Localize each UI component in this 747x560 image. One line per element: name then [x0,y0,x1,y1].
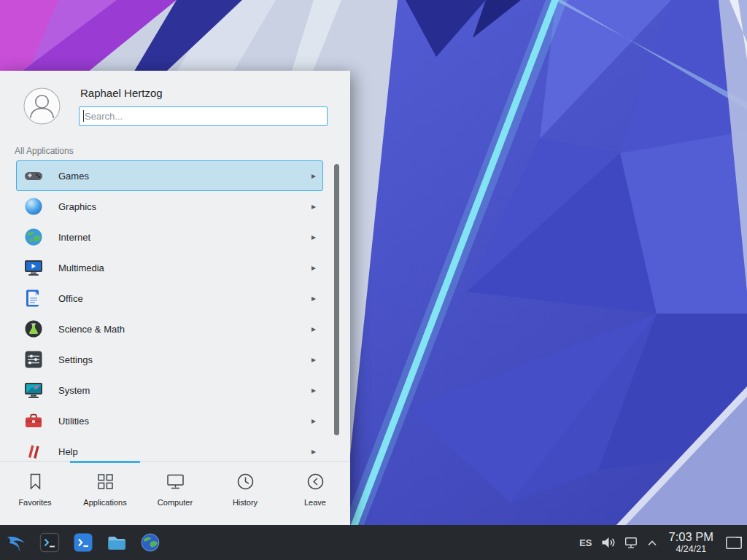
volume-icon[interactable] [601,536,616,549]
submenu-arrow-icon: ▸ [311,324,316,334]
submenu-arrow-icon: ▸ [311,232,316,242]
tab-label: Favorites [18,498,51,507]
globe-icon [24,228,43,246]
category-row-office[interactable]: Office ▸ [16,283,323,314]
kali-menu-icon[interactable] [6,532,26,553]
sliders-icon [24,350,43,369]
tab-label: History [233,498,258,507]
clock-icon [236,472,255,491]
terminal-settings-icon[interactable] [39,532,60,553]
user-avatar-icon [23,88,61,125]
gamepad-icon [24,166,43,185]
category-label: Settings [58,354,93,365]
desktop: Raphael Hertzog All Applications Games [0,0,747,560]
section-label: All Applications [15,146,74,156]
category-label: Graphics [58,201,96,212]
category-list: Games ▸ Graphics ▸ [0,160,350,461]
category-label: Multimedia [58,262,104,273]
search-input[interactable] [79,106,328,126]
tab-label: Leave [304,498,326,507]
clock-date: 4/24/21 [669,544,713,554]
document-icon [24,289,43,308]
category-label: Internet [58,232,90,243]
clock-time: 7:03 PM [669,530,713,544]
tab-label: Applications [83,498,126,507]
kali-terminal-icon[interactable] [73,532,93,553]
tab-favorites[interactable]: Favorites [0,462,70,525]
toolbox-icon [24,411,43,430]
submenu-arrow-icon: ▸ [311,446,316,456]
digital-clock[interactable]: 7:03 PM 4/24/21 [666,530,716,554]
show-desktop-icon[interactable] [725,536,743,550]
submenu-arrow-icon: ▸ [311,293,316,303]
tab-label: Computer [158,498,193,507]
multimedia-icon [24,258,43,277]
tab-computer[interactable]: Computer [140,462,210,525]
keyboard-layout-indicator[interactable]: ES [579,537,592,548]
submenu-arrow-icon: ▸ [311,354,316,365]
circle-back-arrow-icon [306,472,325,491]
file-manager-icon[interactable] [107,532,127,553]
category-label: Utilities [58,416,89,427]
category-row-utilities[interactable]: Utilities ▸ [16,405,323,436]
category-label: Help [58,446,78,457]
application-launcher: Raphael Hertzog All Applications Games [0,71,350,525]
help-icon [24,442,43,461]
user-name: Raphael Hertzog [80,87,163,99]
category-row-multimedia[interactable]: Multimedia ▸ [16,252,323,283]
category-row-games[interactable]: Games ▸ [16,160,323,191]
tab-leave[interactable]: Leave [280,462,350,525]
submenu-arrow-icon: ▸ [311,171,316,181]
expand-caret-icon[interactable] [647,540,657,546]
submenu-arrow-icon: ▸ [311,385,316,395]
category-row-help[interactable]: Help ▸ [16,436,323,461]
category-row-science-math[interactable]: Science & Math ▸ [16,314,323,344]
text-cursor [83,110,84,122]
category-label: Office [58,293,83,304]
category-label: Science & Math [58,324,125,335]
tab-applications[interactable]: Applications [70,462,140,525]
web-browser-icon[interactable] [140,532,160,553]
tab-history[interactable]: History [210,462,280,525]
category-row-settings[interactable]: Settings ▸ [16,344,323,375]
category-row-system[interactable]: System ▸ [16,375,323,405]
submenu-arrow-icon: ▸ [311,262,316,273]
category-label: System [58,385,90,396]
submenu-arrow-icon: ▸ [311,416,316,426]
launcher-tab-bar: Favorites Applications [0,461,350,525]
wired-network-icon[interactable] [624,537,638,549]
graphics-icon [24,197,43,216]
list-scrollbar[interactable] [334,164,339,435]
system-monitor-icon [24,381,43,400]
grid-icon [96,472,115,491]
submenu-arrow-icon: ▸ [311,201,316,211]
flask-icon [24,319,43,338]
monitor-icon [166,472,185,491]
category-row-internet[interactable]: Internet ▸ [16,222,323,252]
bookmark-icon [26,472,45,491]
taskbar: ES 7:03 PM [0,525,747,560]
category-row-graphics[interactable]: Graphics ▸ [16,191,323,222]
category-label: Games [58,171,89,182]
